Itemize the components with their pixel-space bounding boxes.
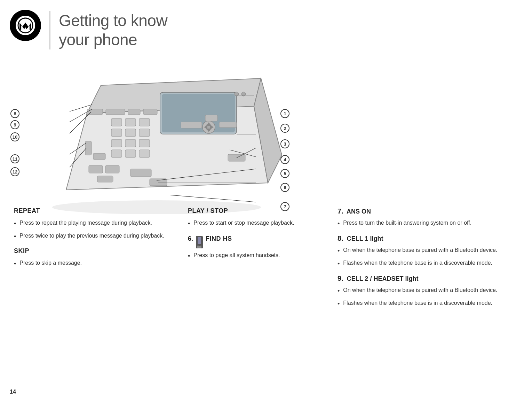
svg-rect-23 — [128, 109, 140, 115]
find-hs-header: 6. FIND HS — [188, 235, 320, 248]
find-hs-title: FIND HS — [206, 235, 232, 242]
number-badge-4: 4 — [280, 155, 289, 164]
svg-rect-12 — [111, 150, 122, 157]
svg-point-34 — [241, 92, 246, 96]
cell1-section: 8. CELL 1 light On when the telephone ba… — [338, 234, 518, 268]
phone-diagram: 1 2 3 4 5 6 7 8 9 10 11 12 — [10, 51, 296, 214]
svg-rect-9 — [111, 139, 122, 147]
number-badge-1: 1 — [280, 109, 289, 118]
cell1-bullets: On when the telephone base is paired wit… — [338, 246, 518, 268]
motorola-logo — [10, 10, 41, 41]
svg-rect-8 — [139, 129, 150, 137]
svg-point-33 — [235, 92, 239, 96]
repeat-bullets: Press to repeat the playing message duri… — [14, 219, 174, 241]
number-badge-6: 6 — [280, 183, 289, 192]
left-column: REPEAT Press to repeat the playing messa… — [14, 207, 184, 315]
number-badge-7: 7 — [280, 202, 289, 211]
svg-rect-37 — [93, 153, 105, 160]
svg-rect-5 — [139, 118, 150, 126]
find-hs-number: 6. — [188, 235, 193, 242]
svg-rect-51 — [198, 237, 201, 244]
middle-column: PLAY / STOP Press to start or stop messa… — [184, 207, 331, 315]
svg-rect-13 — [125, 150, 136, 157]
svg-rect-25 — [181, 122, 202, 128]
ans-on-bullet-1: Press to turn the built-in answering sys… — [338, 219, 518, 228]
svg-rect-31 — [97, 176, 113, 182]
page-number: 14 — [10, 389, 16, 395]
cell1-bullet-1: On when the telephone base is paired wit… — [338, 246, 518, 255]
cell2-section: 9. CELL 2 / HEADSET light On when the te… — [338, 275, 518, 308]
skip-bullets: Press to skip a message. — [14, 259, 174, 268]
svg-rect-32 — [150, 179, 167, 186]
cell1-bullet-2: Flashes when the telephone base is in a … — [338, 259, 518, 268]
cell2-bullet-1: On when the telephone base is paired wit… — [338, 286, 518, 295]
find-hs-icon — [196, 236, 203, 248]
ans-on-bullets: Press to turn the built-in answering sys… — [338, 219, 518, 228]
number-badge-3: 3 — [280, 139, 289, 148]
find-hs-section: 6. FIND HS Press to page all system hand… — [188, 235, 320, 261]
number-badge-5: 5 — [280, 169, 289, 178]
number-badge-10: 10 — [10, 132, 19, 141]
skip-title: SKIP — [14, 247, 174, 255]
number-badge-9: 9 — [10, 120, 19, 129]
svg-rect-26 — [205, 115, 217, 121]
cell2-bullets: On when the telephone base is paired wit… — [338, 286, 518, 308]
ans-on-header: 7. ANS ON — [338, 207, 518, 215]
svg-point-52 — [198, 245, 200, 247]
right-column: 7. ANS ON Press to turn the built-in ans… — [331, 207, 518, 315]
number-badge-11: 11 — [10, 154, 19, 163]
svg-rect-10 — [125, 139, 136, 147]
repeat-bullet-2: Press twice to play the previous message… — [14, 232, 174, 241]
svg-rect-6 — [111, 129, 122, 137]
play-stop-title: PLAY / STOP — [188, 207, 320, 215]
svg-rect-30 — [130, 169, 151, 177]
svg-rect-7 — [125, 129, 136, 137]
cell2-header: 9. CELL 2 / HEADSET light — [338, 275, 518, 283]
number-badge-12: 12 — [10, 167, 19, 176]
page-header: Getting to know your phone — [0, 0, 532, 49]
find-hs-bullets: Press to page all system handsets. — [188, 251, 320, 261]
svg-rect-11 — [139, 139, 150, 147]
skip-bullet-1: Press to skip a message. — [14, 259, 174, 268]
header-divider — [49, 11, 50, 49]
svg-rect-22 — [106, 109, 125, 115]
svg-rect-27 — [219, 122, 237, 127]
cell2-bullet-2: Flashes when the telephone base is in a … — [338, 299, 518, 308]
svg-rect-28 — [89, 165, 103, 173]
repeat-bullet-1: Press to repeat the playing message duri… — [14, 219, 174, 228]
cell1-header: 8. CELL 1 light — [338, 234, 518, 242]
page-title: Getting to know your phone — [59, 11, 167, 49]
play-stop-bullet-1: Press to start or stop message playback. — [188, 219, 320, 228]
svg-rect-4 — [125, 118, 136, 126]
svg-rect-24 — [143, 109, 157, 115]
svg-rect-14 — [139, 150, 150, 157]
number-badge-8: 8 — [10, 109, 19, 118]
repeat-title: REPEAT — [14, 207, 174, 215]
content-area: REPEAT Press to repeat the playing messa… — [0, 207, 532, 315]
svg-rect-29 — [105, 165, 119, 173]
number-badge-2: 2 — [280, 124, 289, 133]
svg-rect-3 — [111, 118, 122, 126]
find-hs-bullet-1: Press to page all system handsets. — [188, 251, 320, 261]
ans-on-section: 7. ANS ON Press to turn the built-in ans… — [338, 207, 518, 228]
play-stop-bullets: Press to start or stop message playback. — [188, 219, 320, 228]
